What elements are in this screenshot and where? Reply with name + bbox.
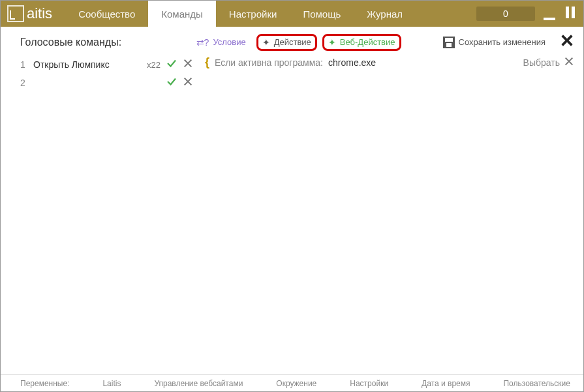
cursor-web-icon: ✦	[328, 37, 336, 48]
top-counter[interactable]: 0	[476, 7, 535, 21]
command-text: Открыть Люмпикс	[33, 59, 142, 70]
action-button[interactable]: ✦ Действие	[256, 34, 317, 51]
delete-condition-button[interactable]	[564, 56, 574, 68]
footer-item-custom[interactable]: Пользовательские	[503, 379, 570, 388]
footer-label: Переменные:	[20, 379, 69, 388]
condition-panel: { Если активна программа: chrome.exe Выб…	[200, 53, 583, 373]
app-logo: aitis	[7, 5, 52, 22]
footer-item-environment[interactable]: Окружение	[276, 379, 316, 388]
condition-value: chrome.exe	[328, 57, 376, 68]
minimize-button[interactable]	[543, 7, 556, 21]
footer-item-laitis[interactable]: Laitis	[102, 379, 121, 388]
choose-button[interactable]: Выбрать	[523, 57, 560, 68]
command-count: x22	[147, 60, 161, 70]
check-icon	[166, 57, 177, 72]
footer: Переменные: Laitis Управление вебсайтами…	[1, 374, 583, 391]
command-number: 2	[20, 78, 28, 88]
delete-command-button[interactable]	[183, 76, 193, 89]
footer-item-settings[interactable]: Настройки	[350, 379, 388, 388]
condition-button[interactable]: ⇄? Условие	[191, 35, 251, 50]
question-icon: ⇄?	[196, 37, 209, 48]
condition-row: { Если активна программа: chrome.exe Выб…	[205, 55, 574, 69]
save-icon	[443, 37, 455, 48]
web-action-button[interactable]: ✦ Веб-Действие	[322, 34, 401, 51]
tab-help[interactable]: Помощь	[290, 1, 354, 27]
title-bar: aitis Сообщество Команды Настройки Помощ…	[1, 1, 583, 27]
logo-icon	[7, 5, 24, 22]
title-controls: 0	[476, 7, 583, 22]
command-row[interactable]: 1 Открыть Люмпикс x22	[20, 55, 193, 74]
save-label: Сохранить изменения	[459, 37, 546, 47]
footer-item-datetime[interactable]: Дата и время	[422, 379, 470, 388]
commands-list: 1 Открыть Люмпикс x22 2	[1, 53, 200, 373]
tab-community[interactable]: Сообщество	[65, 1, 148, 27]
close-button[interactable]	[560, 32, 574, 52]
app-name: aitis	[27, 5, 52, 22]
cursor-icon: ✦	[262, 37, 270, 48]
pause-button[interactable]	[564, 7, 577, 22]
command-row[interactable]: 2	[20, 74, 193, 92]
command-number: 1	[20, 59, 28, 70]
delete-command-button[interactable]	[183, 58, 193, 71]
check-icon	[166, 76, 177, 90]
footer-item-websites[interactable]: Управление вебсайтами	[154, 379, 243, 388]
toolbar-title: Голосовые команды:	[20, 37, 121, 48]
tab-settings[interactable]: Настройки	[216, 1, 290, 27]
condition-label: Условие	[213, 37, 245, 47]
condition-label: Если активна программа:	[215, 57, 323, 68]
content-area: 1 Открыть Люмпикс x22 2 { Если активна п…	[1, 53, 583, 373]
save-button[interactable]: Сохранить изменения	[438, 34, 551, 51]
action-label: Действие	[274, 37, 311, 47]
tab-commands[interactable]: Команды	[148, 1, 216, 27]
tab-journal[interactable]: Журнал	[354, 1, 416, 27]
web-action-label: Веб-Действие	[340, 37, 395, 47]
brace-icon: {	[205, 55, 209, 69]
